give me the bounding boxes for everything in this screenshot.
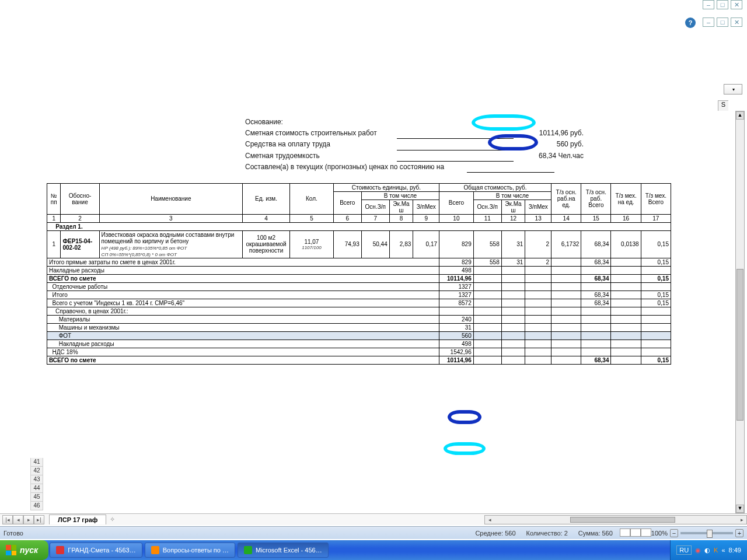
- th-17: Т/з мех. Всего: [641, 183, 671, 214]
- close-button[interactable]: ✕: [731, 0, 742, 9]
- row-header[interactable]: 44: [30, 484, 43, 493]
- row-headers: 414243444546: [30, 458, 43, 510]
- compiled-label: Составлен(а) в текущих (прогнозных) цена…: [245, 162, 467, 173]
- annotation-blue-1: [488, 134, 538, 150]
- sheet-nav: |◂ ◂ ▸ ▸|: [2, 515, 44, 524]
- clock[interactable]: 8:49: [729, 547, 741, 554]
- column-header-s[interactable]: S: [718, 100, 728, 111]
- app1-icon: [56, 546, 64, 554]
- help-icon[interactable]: ?: [685, 18, 696, 28]
- tray-icon-3[interactable]: K: [714, 547, 718, 554]
- doc-minimize-button[interactable]: –: [703, 18, 714, 27]
- tray-icon-1[interactable]: ◉: [695, 547, 701, 554]
- zoom-slider[interactable]: [680, 532, 733, 534]
- th-8: Эк.Ма ш: [389, 200, 413, 214]
- app3-label: Microsoft Excel - 456…: [256, 547, 322, 554]
- vertical-scrollbar[interactable]: ▲ ▼: [735, 111, 745, 513]
- col-num: 15: [581, 214, 611, 222]
- th-7: Осн.З/п: [361, 200, 389, 214]
- sheet-tab-bar: |◂ ◂ ▸ ▸| ЛСР 17 граф ✧ ◂ ▸: [0, 513, 747, 525]
- col-num: 16: [611, 214, 641, 222]
- worksheet-print-area: Основание: Сметная стоимость строительны…: [47, 111, 671, 365]
- th-9: З/пМех: [413, 200, 439, 214]
- col-num: 6: [333, 214, 361, 222]
- window-controls-doc: – □ ✕: [703, 18, 742, 27]
- annotation-cyan-1: [472, 114, 536, 131]
- col-num: 2: [61, 214, 99, 222]
- th-15: Т/з осн. раб. Всего: [581, 183, 611, 214]
- sheet-nav-first-icon[interactable]: |◂: [2, 515, 13, 524]
- row-header[interactable]: 46: [30, 502, 43, 510]
- windows-logo-icon: [6, 545, 16, 555]
- col-num: 1: [47, 214, 61, 222]
- annotation-blue-2: [448, 410, 481, 424]
- th-12: Эк.Ма ш: [501, 200, 525, 214]
- scroll-up-icon[interactable]: ▲: [736, 111, 744, 120]
- th-11: Осн.З/п: [473, 200, 501, 214]
- th-code: Обосно- вание: [61, 183, 99, 214]
- th-name: Наименование: [99, 183, 242, 214]
- language-indicator[interactable]: RU: [676, 545, 692, 555]
- table-header: № пп Обосно- вание Наименование Ед. изм.…: [47, 183, 671, 222]
- zoom-in-button[interactable]: +: [735, 529, 743, 537]
- maximize-button[interactable]: □: [717, 0, 728, 9]
- hscroll-left-icon[interactable]: ◂: [485, 517, 494, 523]
- col-num: 17: [641, 214, 671, 222]
- th-unit: Ед. изм.: [242, 183, 289, 214]
- app2-icon: [151, 546, 159, 554]
- th-qty: Кол.: [290, 183, 334, 214]
- view-normal-icon[interactable]: [620, 528, 630, 537]
- annotation-cyan-2: [444, 442, 486, 455]
- col-num: 4: [242, 214, 289, 222]
- ribbon-dropdown-fragment[interactable]: [724, 84, 742, 94]
- row-header[interactable]: 41: [30, 458, 43, 467]
- th-totalcost: Общая стоимость, руб.: [439, 183, 551, 191]
- col-num: 13: [525, 214, 551, 222]
- row-header[interactable]: 42: [30, 467, 43, 475]
- new-sheet-icon[interactable]: ✧: [110, 516, 115, 523]
- th-14: Т/з осн. раб.на ед.: [551, 183, 581, 214]
- wages-label: Средства на оплату труда: [245, 139, 397, 150]
- sheet-nav-prev-icon[interactable]: ◂: [13, 515, 23, 524]
- excel-icon: [244, 546, 252, 554]
- th-in2: В том числе: [473, 191, 551, 200]
- hscroll-right-icon[interactable]: ▸: [737, 517, 746, 523]
- zoom-level: 100%: [651, 530, 668, 537]
- status-sum: Сумма: 560: [578, 530, 613, 537]
- start-button[interactable]: пуск: [0, 540, 48, 560]
- taskbar-app-1[interactable]: ГРАНД-Смета - 4563…: [50, 542, 142, 558]
- scroll-thumb[interactable]: [736, 269, 743, 421]
- estimate-table: № пп Обосно- вание Наименование Ед. изм.…: [47, 183, 671, 365]
- col-num: 10: [439, 214, 474, 222]
- th-16: Т/з мех. на ед.: [611, 183, 641, 214]
- view-layout-icon[interactable]: [630, 528, 641, 537]
- doc-maximize-button[interactable]: □: [717, 18, 728, 27]
- tray-expand-icon[interactable]: «: [721, 547, 725, 554]
- hscroll-thumb[interactable]: [570, 517, 675, 523]
- doc-close-button[interactable]: ✕: [731, 18, 742, 27]
- horizontal-scrollbar[interactable]: ◂ ▸: [484, 515, 747, 524]
- taskbar-app-2[interactable]: Вопросы-ответы по …: [145, 542, 235, 558]
- status-ready: Готово: [4, 530, 23, 537]
- status-bar: Готово Среднее: 560 Количество: 2 Сумма:…: [0, 526, 747, 539]
- sheet-nav-last-icon[interactable]: ▸|: [34, 515, 44, 524]
- window-controls-top: – □ ✕: [703, 0, 742, 9]
- row-header[interactable]: 43: [30, 475, 43, 484]
- col-num: 14: [551, 214, 581, 222]
- scroll-down-icon[interactable]: ▼: [736, 505, 744, 513]
- col-num: 12: [501, 214, 525, 222]
- zoom-out-button[interactable]: −: [670, 529, 678, 537]
- view-break-icon[interactable]: [641, 528, 651, 537]
- sheet-nav-next-icon[interactable]: ▸: [23, 515, 34, 524]
- status-average: Среднее: 560: [475, 530, 515, 537]
- tray-icon-2[interactable]: ◐: [704, 547, 710, 554]
- minimize-button[interactable]: –: [703, 0, 714, 9]
- col-num: 5: [290, 214, 334, 222]
- th-num: № пп: [47, 183, 61, 214]
- taskbar-app-3[interactable]: Microsoft Excel - 456…: [238, 542, 329, 558]
- th-in1: В том числе: [361, 191, 439, 200]
- row-header[interactable]: 45: [30, 493, 43, 502]
- col-num: 3: [99, 214, 242, 222]
- sheet-tab[interactable]: ЛСР 17 граф: [49, 514, 106, 524]
- col-num: 7: [361, 214, 389, 222]
